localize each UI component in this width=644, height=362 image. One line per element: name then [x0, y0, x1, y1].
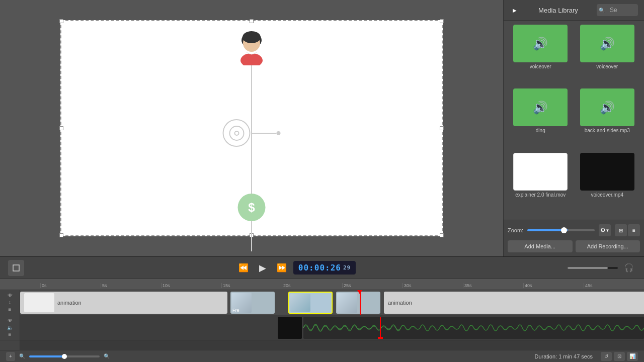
clip-animation-1[interactable]: animation [20, 292, 227, 314]
add-media-button[interactable]: Add Media... [508, 240, 573, 252]
clip-animation-2[interactable]: animation [384, 292, 644, 314]
media-label: voiceover [530, 64, 551, 69]
ruler-mark: 20s [282, 283, 342, 288]
avatar-icon [236, 30, 267, 65]
ruler-mark: 30s [403, 283, 463, 288]
stats-button[interactable]: 📊 [627, 352, 638, 361]
transport-right: 🎧 [568, 261, 636, 275]
ruler-mark: 5s [101, 283, 161, 288]
svg-rect-4 [13, 265, 19, 271]
tracks-content: animation Fre [20, 290, 644, 350]
waveform-svg [303, 317, 644, 339]
media-thumb-audio: 🔊 [580, 88, 634, 126]
media-item[interactable]: 🔊 voiceover [575, 25, 640, 87]
sidebar-header: ▶ Media Library 🔍 [504, 0, 644, 21]
timecode-display: 00:00:26 29 [293, 261, 356, 275]
eye-icon[interactable]: 👁 [8, 293, 13, 298]
clip-label: Fre [232, 308, 239, 313]
canvas-area: $ [0, 0, 503, 256]
chevron-down-icon: ▼ [606, 228, 610, 233]
svg-point-3 [240, 53, 263, 65]
media-thumb-audio: 🔊 [513, 25, 568, 62]
fit-button[interactable]: ⊡ [614, 352, 625, 361]
media-thumb-video-black [580, 153, 634, 191]
crop-tool-button[interactable] [8, 260, 24, 276]
menu-icon[interactable]: ≡ [9, 307, 12, 312]
transport-controls: ⏪ ▶ ⏩ 00:00:26 29 [30, 260, 561, 276]
node-connector-line [252, 133, 277, 134]
media-item[interactable]: 🔊 voiceover [508, 25, 574, 87]
list-view-button[interactable]: ≡ [628, 224, 640, 236]
media-thumb-video-white [513, 153, 568, 191]
play-button[interactable]: ▶ [255, 260, 270, 276]
ruler-mark: 45s [584, 283, 644, 288]
zoom-label: Zoom: [508, 227, 523, 233]
search-input[interactable] [606, 5, 636, 15]
sidebar-play-button[interactable]: ▶ [510, 5, 520, 15]
clip-selected[interactable] [288, 292, 333, 314]
audio-icon: 🔊 [600, 101, 615, 115]
headphone-button[interactable]: 🎧 [622, 261, 636, 275]
media-label: back-and-sides.mp3 [585, 128, 630, 133]
audio-track-controls: 👁 🔈 ≡ [0, 315, 20, 340]
ruler-mark: 0s [40, 283, 101, 288]
media-label: explainer 2.0 final.mov [515, 192, 566, 198]
bottom-bar: + 🔍 🔍 Duration: 1 min 47 secs ↺ ⊡ 📊 [0, 350, 644, 362]
media-thumb-audio: 🔊 [513, 88, 568, 126]
media-thumb-audio: 🔊 [580, 25, 634, 62]
video-track: animation Fre [20, 290, 644, 315]
timeline-ruler: 0s 5s 10s 15s 20s 25s 30s 35s 40s 45s [0, 279, 644, 290]
svg-point-2 [243, 31, 261, 43]
search-icon: 🔍 [599, 8, 605, 13]
audio-mute-icon[interactable]: 🔈 [7, 325, 13, 330]
menu-icon-2[interactable]: ≡ [9, 332, 12, 337]
undo-button[interactable]: ↺ [601, 352, 612, 361]
media-item[interactable]: 🔊 back-and-sides.mp3 [575, 88, 640, 151]
gear-icon: ⚙ [600, 227, 606, 234]
zoom-gear-button[interactable]: ⚙ ▼ [599, 224, 611, 236]
timecode-value: 00:00:26 [298, 263, 341, 273]
timecode-frame: 29 [343, 264, 351, 271]
avatar-figure [236, 30, 267, 65]
clip-4[interactable] [336, 292, 380, 314]
ruler-mark: 10s [161, 283, 221, 288]
ruler-mark: 15s [221, 283, 282, 288]
volume-bar[interactable] [568, 267, 618, 269]
timeline-area: ⏪ ▶ ⏩ 00:00:26 29 🎧 0s 5s 10s 15s 20s 25… [0, 256, 644, 362]
media-item[interactable]: 🔊 ding [508, 88, 574, 151]
transport-bar: ⏪ ▶ ⏩ 00:00:26 29 🎧 [0, 257, 644, 279]
clip-fre[interactable]: Fre [230, 292, 275, 314]
node-end-dot [277, 131, 281, 135]
audio-icon: 🔊 [600, 37, 615, 51]
view-toggle-buttons: ⊞ ≡ [615, 224, 640, 236]
grid-view-button[interactable]: ⊞ [615, 224, 627, 236]
lock-icon[interactable]: ↕ [9, 300, 11, 305]
canvas-content: $ [61, 21, 442, 235]
add-recording-button[interactable]: Add Recording... [576, 240, 640, 252]
action-row: Add Media... Add Recording... [508, 240, 640, 252]
crop-icon [12, 264, 20, 272]
media-item[interactable]: voiceover.mp4 [575, 153, 640, 216]
audio-waveform[interactable] [303, 317, 644, 339]
rewind-button[interactable]: ⏪ [236, 260, 251, 276]
circle-node [223, 119, 281, 147]
media-label: voiceover [596, 64, 618, 69]
audio-icon: 🔊 [533, 37, 548, 51]
zoom-in-icon: 🔍 [104, 353, 110, 359]
add-track-button[interactable]: + [6, 352, 15, 361]
clip-thumb [24, 293, 54, 312]
zoom-row: Zoom: ⚙ ▼ ⊞ ≡ [508, 224, 640, 236]
eye-icon-2[interactable]: 👁 [8, 318, 13, 323]
media-label: voiceover.mp4 [591, 192, 623, 198]
playhead-audio [380, 317, 381, 339]
canvas-wrapper: $ [60, 20, 443, 236]
audio-track [20, 315, 644, 340]
ruler-marks: 0s 5s 10s 15s 20s 25s 30s 35s 40s 45s [20, 283, 644, 288]
dollar-node: $ [238, 194, 266, 221]
fast-forward-button[interactable]: ⏩ [274, 260, 289, 276]
timeline-zoom-slider[interactable] [29, 355, 100, 357]
clip-label: animation [388, 300, 412, 306]
zoom-slider[interactable] [527, 229, 595, 231]
canvas-timeline-line [251, 60, 252, 251]
media-item[interactable]: explainer 2.0 final.mov [508, 153, 574, 216]
